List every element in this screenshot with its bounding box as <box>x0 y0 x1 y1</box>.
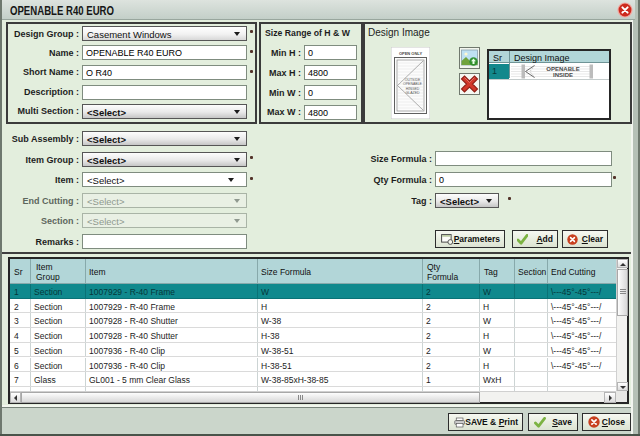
svg-text:OPENABLE: OPENABLE <box>546 66 579 72</box>
svg-text:OPENABLE: OPENABLE <box>403 82 423 86</box>
svg-text:OUTSIDE: OUTSIDE <box>405 78 421 82</box>
svg-text:HINGED: HINGED <box>406 87 420 91</box>
svg-text:OPEN ONLY: OPEN ONLY <box>399 51 423 56</box>
svg-text:INSIDE: INSIDE <box>553 72 573 78</box>
svg-text:GLAZED: GLAZED <box>405 91 419 95</box>
